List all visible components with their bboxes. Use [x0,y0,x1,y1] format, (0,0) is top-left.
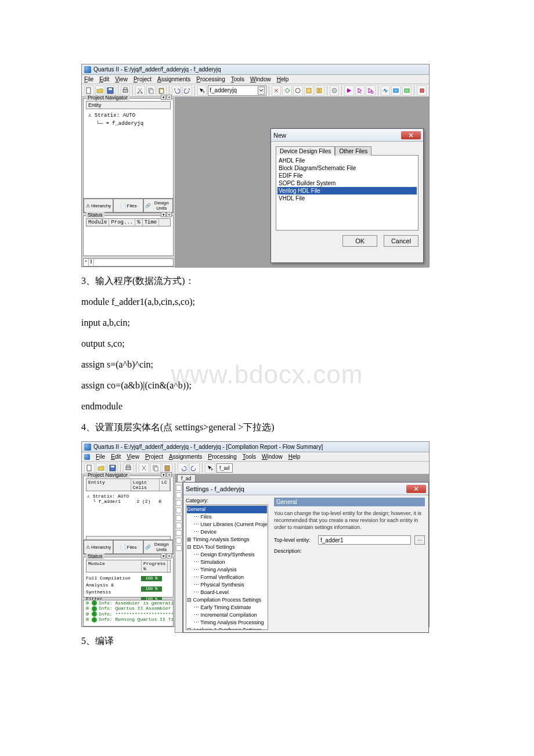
stop-icon[interactable] [330,85,340,96]
menu-edit[interactable]: Edit [99,76,109,82]
print-icon[interactable] [121,85,131,96]
tree-item[interactable]: ⋯ Timing Analysis Processing [187,619,267,627]
menu-view[interactable]: View [127,453,139,460]
menu-tools[interactable]: Tools [243,453,256,460]
menu-window[interactable]: Window [250,76,271,82]
list-item-selected[interactable]: Verilog HDL File [277,187,417,195]
menu-assignments[interactable]: Assignments [157,76,190,82]
menu-assignments[interactable]: Assignments [169,453,202,460]
tab-design-units[interactable]: 🔗 Design Units [143,540,173,554]
device-icon[interactable] [304,85,314,96]
entity-tree[interactable]: ⚠ Stratix: AUTO └ f_adder1 2 (2) 0 [87,494,169,504]
whats-this-icon[interactable]: ? [197,85,207,96]
chip-icon[interactable] [417,85,427,96]
signaltap-icon[interactable] [391,85,401,96]
tree-item[interactable]: ⋯ Simulation [187,559,267,566]
save-icon[interactable] [107,463,118,473]
simulate-icon[interactable] [381,85,391,96]
menu-processing[interactable]: Processing [196,76,225,82]
list-item[interactable]: EDIF File [277,172,417,179]
report-item-icon[interactable] [176,507,182,513]
list-item[interactable]: AHDL File [277,157,417,164]
entity-combo[interactable]: f_adderyjq [208,85,266,96]
tree-item[interactable]: ⋯ Formal Verification [187,574,267,581]
close-icon[interactable]: × [84,259,89,266]
dropdown-icon[interactable]: ▾ [161,212,166,217]
tree-item[interactable]: ⊟ EDA Tool Settings [187,543,267,551]
tab-hierarchy[interactable]: ⚠ Hierarchy [84,199,113,213]
report-item-icon[interactable] [176,545,182,551]
report-item-icon[interactable] [176,538,182,543]
cut-icon[interactable] [135,85,145,96]
save-icon[interactable] [106,85,116,96]
tree-item[interactable]: ⋯ Physical Synthesis [187,581,267,589]
menu-help[interactable]: Help [277,76,289,82]
ok-button[interactable]: OK [342,235,377,247]
close-icon[interactable]: × [167,472,172,477]
close-icon[interactable]: × [167,95,172,100]
close-icon[interactable] [401,131,421,139]
cancel-button[interactable]: Cancel [384,235,418,247]
dropdown-icon[interactable]: ▾ [161,95,166,100]
list-item[interactable]: VHDL File [277,195,417,202]
new-file-icon[interactable] [84,85,94,96]
undo-icon[interactable] [178,463,188,473]
tree-root[interactable]: ⚠ Stratix: AUTO [88,111,168,120]
tree-child[interactable]: └─ ➜ f_adderyjq [88,120,168,128]
close-icon[interactable] [406,485,426,493]
menu-window[interactable]: Window [262,453,283,460]
tree-item[interactable]: General [187,506,267,513]
menu-processing[interactable]: Processing [208,453,236,460]
tab-hierarchy[interactable]: ⚠ Hierarchy [84,540,113,554]
print-icon[interactable] [123,463,134,473]
redo-icon[interactable] [189,463,200,473]
browse-button[interactable]: ... [414,535,425,545]
top-level-entity-input[interactable]: f_adder1 [318,535,411,545]
copy-icon[interactable] [150,463,161,473]
report-item-icon[interactable] [176,500,182,506]
file-type-list[interactable]: AHDL File Block Diagram/Schematic File E… [276,155,418,231]
whats-this-icon[interactable]: ? [205,463,215,473]
menu-project[interactable]: Project [134,76,151,82]
open-icon[interactable] [96,463,106,473]
list-item[interactable]: Block Diagram/Schematic File [277,164,417,172]
report-item-icon[interactable] [176,515,182,521]
menu-file[interactable]: File [96,453,105,460]
menu-bar[interactable]: File Edit View Project Assignments Proce… [82,75,429,84]
tree-item[interactable]: ⋯ Device [187,528,267,536]
chevron-down-icon[interactable] [258,87,265,95]
tree-root[interactable]: ⚠ Stratix: AUTO [87,494,169,499]
editor-tab[interactable]: f_ad [177,474,196,482]
dropdown-icon[interactable]: ▾ [161,472,166,477]
menu-view[interactable]: View [115,76,128,82]
settings-icon[interactable] [293,85,303,96]
tree-item[interactable]: ⋯ User Libraries (Current Project) [187,521,267,528]
close-icon[interactable]: × [167,212,172,217]
paste-icon[interactable] [157,85,167,96]
tree-item[interactable]: ⋯ Board-Level [187,589,267,596]
list-item[interactable]: SOPC Builder System [277,179,417,187]
close-icon[interactable]: × [167,553,172,559]
programmer-icon[interactable] [402,85,412,96]
tab-files[interactable]: 📄 Files [113,540,143,554]
menu-file[interactable]: File [84,76,93,82]
menu-project[interactable]: Project [145,453,163,460]
undo-icon[interactable] [172,85,182,96]
analysis-icon[interactable] [315,85,324,96]
tree-item[interactable]: ⋯ Early Timing Estimate [187,604,267,611]
tree-item[interactable]: ⊞ Timing Analysis Settings [187,536,267,543]
menu-edit[interactable]: Edit [111,453,121,460]
compile-icon[interactable] [344,85,354,96]
expand-icon[interactable]: ‖ [89,259,94,266]
assign-tool-icon[interactable] [272,85,282,96]
copy-icon[interactable] [146,85,156,96]
menu-tools[interactable]: Tools [231,76,244,82]
tree-item[interactable]: ⋯ Files [187,513,267,521]
open-icon[interactable] [95,85,105,96]
tab-design-units[interactable]: 🔗 Design Units [143,199,173,213]
tree-item[interactable]: ⋯ Design Entry/Synthesis [187,551,267,559]
menu-bar[interactable]: File Edit View Project Assignments Proce… [82,452,429,462]
timing-icon[interactable] [366,85,376,96]
tab-files[interactable]: 📄 Files [113,199,143,213]
file-tab-label[interactable]: f_ad [217,463,233,473]
